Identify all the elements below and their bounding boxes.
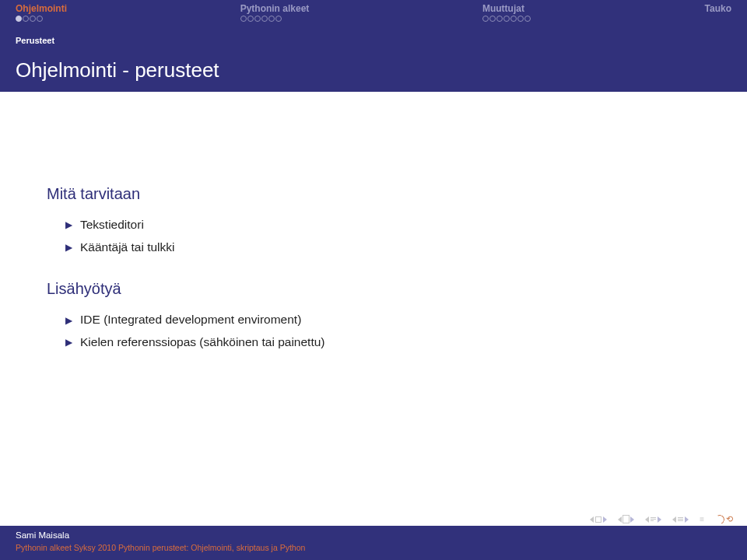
nav-first-icon[interactable]: [590, 516, 607, 523]
nav-sec-tauko[interactable]: Tauko: [689, 3, 747, 14]
triangle-bullet-icon: ▶: [65, 216, 72, 233]
nav-goto-icon[interactable]: ≡: [700, 515, 704, 523]
subsection-bar: Perusteet: [0, 33, 747, 48]
list-item: ▶Kielen referenssiopas (sähköinen tai pa…: [65, 331, 700, 354]
nav-sec-muuttujat[interactable]: Muuttujat: [467, 3, 555, 22]
progress-dots: [482, 16, 531, 22]
progress-dots: [240, 16, 282, 22]
bullet-list: ▶IDE (Integrated development enviroment)…: [65, 309, 700, 353]
nav-sec-pythonin-alkeet[interactable]: Pythonin alkeet: [225, 3, 333, 22]
nav-label: Ohjelmointi: [16, 3, 67, 14]
progress-dots: [16, 16, 44, 22]
nav-sec-ohjelmointi[interactable]: Ohjelmointi: [0, 3, 90, 22]
section-nav: Ohjelmointi Pythonin alkeet Muuttujat Ta…: [0, 0, 747, 33]
block-heading: Mitä tarvitaan: [47, 185, 700, 203]
slide-content: Mitä tarvitaan ▶Tekstieditori ▶Kääntäjä …: [0, 92, 747, 354]
triangle-bullet-icon: ▶: [65, 239, 72, 256]
subsection-label: Perusteet: [16, 36, 54, 45]
list-item: ▶Kääntäjä tai tulkki: [65, 236, 700, 259]
list-item: ▶Tekstieditori: [65, 214, 700, 236]
nav-prev-icon[interactable]: [618, 516, 634, 523]
triangle-bullet-icon: ▶: [65, 312, 72, 329]
nav-label: Pythonin alkeet: [240, 3, 310, 14]
footer-subtitle: Pythonin alkeet Syksy 2010 Pythonin peru…: [16, 543, 731, 552]
nav-label: Tauko: [705, 3, 731, 14]
list-item: ▶IDE (Integrated development enviroment): [65, 309, 700, 331]
nav-search-icon[interactable]: ⟲: [715, 514, 733, 524]
slide-title: Ohjelmointi - perusteet: [16, 58, 219, 82]
bullet-list: ▶Tekstieditori ▶Kääntäjä tai tulkki: [65, 214, 700, 258]
nav-label: Muuttujat: [482, 3, 524, 14]
slide-footer: Sami Maisala Pythonin alkeet Syksy 2010 …: [0, 526, 747, 560]
nav-fwd-icon[interactable]: [672, 516, 689, 523]
triangle-bullet-icon: ▶: [65, 334, 72, 351]
slide-title-bar: Ohjelmointi - perusteet: [0, 48, 747, 92]
block-heading: Lisähyötyä: [47, 280, 700, 298]
beamer-nav-icons: ≡ ⟲: [590, 514, 733, 524]
nav-back-icon[interactable]: [645, 516, 661, 523]
footer-author: Sami Maisala: [16, 530, 731, 540]
